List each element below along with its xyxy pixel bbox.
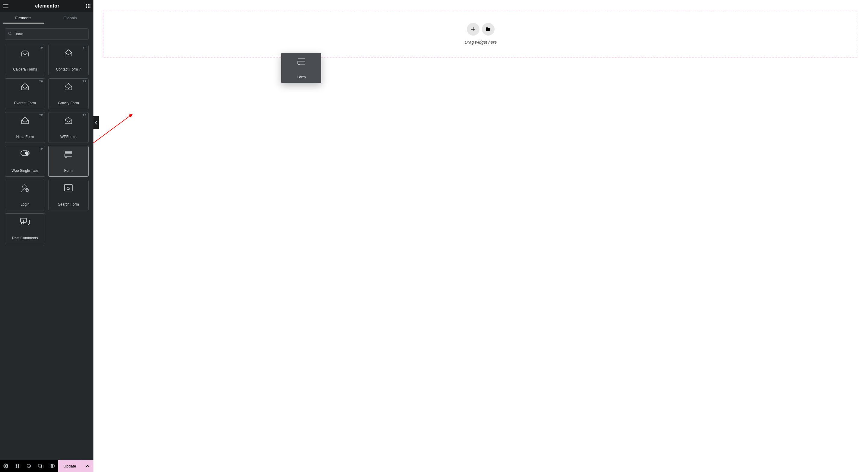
svg-rect-7 [88, 7, 89, 8]
svg-rect-8 [90, 7, 90, 8]
toggle-icon [21, 150, 30, 157]
envelope-icon [21, 49, 30, 58]
folder-icon [486, 27, 491, 31]
annotation-arrow-drag [93, 112, 135, 148]
update-button[interactable]: Update [58, 460, 82, 472]
gear-icon [3, 464, 8, 468]
add-template-button[interactable] [482, 23, 495, 36]
widget-label: Post Comments [12, 236, 38, 240]
tab-globals[interactable]: Globals [47, 12, 93, 24]
comments-icon [20, 218, 30, 226]
settings-button[interactable] [0, 460, 12, 472]
add-section-button[interactable] [467, 23, 479, 36]
tab-elements[interactable]: Elements [0, 12, 47, 24]
widget-label: Gravity Form [58, 101, 79, 105]
svg-point-9 [8, 32, 11, 34]
dropzone-buttons [467, 23, 495, 36]
responsive-button[interactable] [35, 460, 47, 472]
widget-card-form[interactable]: Form [48, 146, 89, 177]
elementor-panel: elementor Elements Globals TP Caldera Fo… [0, 0, 93, 472]
menu-button[interactable] [3, 4, 8, 8]
hamburger-icon [3, 4, 8, 8]
search-container [5, 28, 89, 40]
editor-canvas[interactable]: Drag widget here Form [93, 0, 868, 472]
tp-badge: TP [39, 80, 43, 83]
apps-grid-icon [86, 4, 90, 8]
layers-icon [15, 464, 20, 468]
history-button[interactable] [23, 460, 35, 472]
svg-line-25 [93, 114, 133, 146]
tp-badge: TP [39, 114, 43, 117]
svg-rect-4 [88, 6, 89, 7]
widgets-grid: TP Caldera Forms TP Contact Form 7 TP [5, 44, 89, 244]
preview-button[interactable] [46, 460, 58, 472]
widget-label: Search Form [58, 202, 79, 207]
widget-card-post-comments[interactable]: Post Comments [5, 213, 45, 244]
widget-label: Login [21, 202, 29, 207]
tp-badge: TP [39, 46, 43, 49]
svg-point-13 [23, 185, 26, 188]
panel-body: TP Caldera Forms TP Contact Form 7 TP [0, 24, 93, 460]
widget-label: Contact Form 7 [56, 67, 81, 71]
svg-rect-2 [90, 4, 90, 5]
envelope-icon [64, 117, 73, 126]
widget-label: Ninja Form [16, 135, 34, 139]
section-dropzone[interactable]: Drag widget here [103, 10, 858, 58]
plus-icon [471, 27, 475, 32]
panel-tabs: Elements Globals [0, 12, 93, 24]
drag-ghost-form: Form [281, 53, 321, 83]
chevron-up-icon [86, 465, 90, 467]
envelope-icon [64, 83, 73, 92]
svg-rect-5 [90, 6, 90, 7]
svg-point-19 [5, 465, 6, 467]
widget-card-contact-form-7[interactable]: TP Contact Form 7 [48, 44, 89, 75]
brand-logo: elementor [35, 3, 60, 9]
widget-card-wpforms[interactable]: TP WPForms [48, 112, 89, 143]
search-icon [8, 31, 12, 37]
history-icon [27, 464, 31, 468]
tp-badge: TP [83, 46, 87, 49]
widget-label: Caldera Forms [13, 67, 37, 71]
panel-footer: Update [0, 460, 93, 472]
svg-rect-23 [298, 61, 305, 64]
svg-point-22 [52, 465, 53, 467]
form-icon [64, 150, 73, 159]
navigator-button[interactable] [12, 460, 24, 472]
tab-label: Elements [15, 16, 31, 20]
svg-point-11 [25, 152, 28, 155]
envelope-icon [21, 117, 30, 126]
svg-point-16 [67, 187, 69, 190]
panel-header: elementor [0, 0, 93, 12]
widget-label: WPForms [60, 135, 76, 139]
envelope-icon [64, 49, 73, 58]
update-label: Update [64, 464, 76, 468]
svg-rect-0 [86, 4, 87, 5]
login-icon [21, 184, 29, 194]
eye-icon [50, 464, 55, 468]
widget-card-caldera-forms[interactable]: TP Caldera Forms [5, 44, 45, 75]
tp-badge: TP [39, 147, 43, 150]
widget-card-woo-single-tabs[interactable]: TP Woo Single Tabs [5, 146, 45, 177]
svg-rect-6 [86, 7, 87, 8]
update-options-button[interactable] [82, 460, 94, 472]
widgets-grid-button[interactable] [86, 4, 90, 8]
widget-card-login[interactable]: Login [5, 180, 45, 210]
svg-rect-1 [88, 4, 89, 5]
tab-label: Globals [63, 16, 76, 20]
widget-card-search-form[interactable]: Search Form [48, 180, 89, 210]
widget-label: Woo Single Tabs [11, 168, 38, 173]
dropzone-hint: Drag widget here [465, 40, 497, 44]
tp-badge: TP [83, 80, 87, 83]
envelope-icon [21, 83, 30, 92]
widget-label: Everest Form [14, 101, 36, 105]
devices-icon [38, 464, 43, 468]
search-window-icon [64, 184, 73, 193]
svg-rect-15 [64, 185, 72, 191]
widget-card-everest-form[interactable]: TP Everest Form [5, 78, 45, 109]
widget-card-ninja-form[interactable]: TP Ninja Form [5, 112, 45, 143]
search-input[interactable] [5, 28, 89, 40]
tp-badge: TP [83, 114, 87, 117]
widget-card-gravity-form[interactable]: TP Gravity Form [48, 78, 89, 109]
svg-rect-3 [86, 6, 87, 7]
form-icon [297, 58, 306, 66]
